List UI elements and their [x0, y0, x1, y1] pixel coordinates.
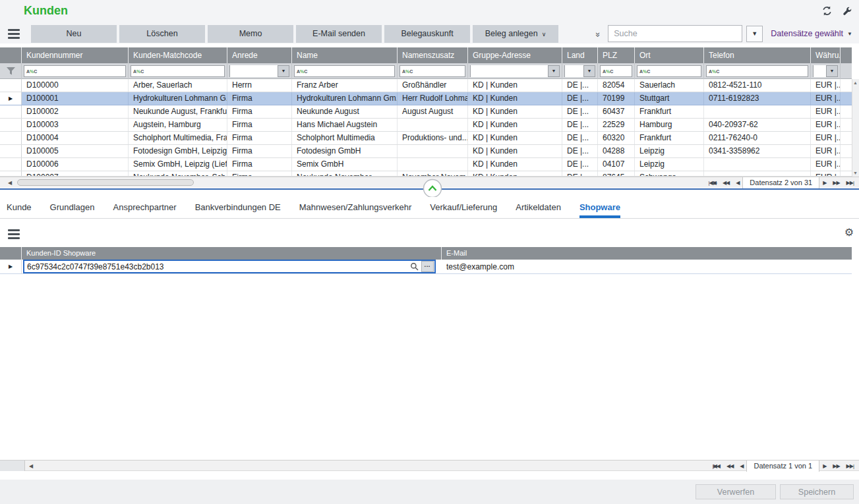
filter-input-plz[interactable]: [614, 67, 632, 76]
tab-ansprechpartner[interactable]: Ansprechpartner: [113, 202, 177, 218]
search-lookup-icon[interactable]: [407, 262, 421, 271]
collapse-toolbar-icon[interactable]: »: [593, 32, 603, 35]
filter-input-telefon[interactable]: [721, 67, 808, 76]
memo-button[interactable]: Memo: [208, 25, 293, 43]
filter-dropdown-gruppe-adresse[interactable]: ▼: [548, 66, 559, 76]
detail-record-prev-page-button[interactable]: ◀◀: [723, 463, 736, 469]
cell-ort: Hamburg: [635, 119, 704, 131]
email-senden-button[interactable]: E-Mail senden: [296, 25, 382, 43]
filter-select-field-w-hru[interactable]: [814, 65, 826, 77]
tab-grundlagen[interactable]: Grundlagen: [50, 202, 95, 218]
filter-dropdown-anrede[interactable]: ▼: [278, 66, 289, 76]
scroll-up-icon[interactable]: ▲: [853, 80, 858, 85]
tab-kunde[interactable]: Kunde: [7, 202, 32, 218]
col-header-land[interactable]: Land: [562, 47, 598, 63]
filter-cell-kundennummer: A%C: [22, 63, 129, 79]
tab-bankverbindungen-de[interactable]: Bankverbindungen DE: [195, 202, 281, 218]
speichern-button[interactable]: Speichern: [780, 484, 854, 499]
neu-button[interactable]: Neu: [31, 25, 117, 43]
col-header-name[interactable]: Name: [292, 47, 398, 63]
gear-icon[interactable]: ⚙: [844, 226, 854, 238]
table-row-d100006[interactable]: D100006Semix GmbH, Leipzig (Liefe...Firm…: [0, 158, 852, 171]
beleg-anlegen-dropdown-button[interactable]: Beleg anlegen∨: [473, 25, 558, 43]
filter-dropdown-w-hru[interactable]: ▼: [826, 66, 837, 76]
vertical-scrollbar[interactable]: ▲ ▼: [852, 79, 859, 177]
tab-shopware[interactable]: Shopware: [579, 202, 620, 218]
filter-box-land: ▼: [564, 65, 595, 77]
scroll-left-icon[interactable]: ◀: [8, 177, 12, 188]
detail-grid-row[interactable]: ▶ 6c97534c2c0747f39e8751e43cb2b013 ••• t…: [0, 260, 852, 274]
col-header-kunden-matchcode[interactable]: Kunden-Matchcode: [129, 47, 227, 63]
search-input[interactable]: [608, 25, 742, 42]
title-icons: [821, 5, 852, 16]
scroll-down-icon[interactable]: ▼: [853, 171, 858, 175]
kunden-id-edit-field[interactable]: 6c97534c2c0747f39e8751e43cb2b013 •••: [23, 260, 436, 273]
filter-input-kundennummer[interactable]: [38, 67, 125, 76]
record-prev-button[interactable]: ◀: [732, 180, 742, 186]
cell-w-hru: EUR |...: [811, 158, 841, 171]
col-header-gruppe-adresse[interactable]: Gruppe-Adresse: [468, 47, 562, 63]
collapse-panel-button[interactable]: [423, 179, 442, 198]
cell-gruppe-adresse: KD | Kunden: [468, 171, 562, 176]
detail-hamburger-menu-icon[interactable]: [8, 229, 20, 239]
wildcard-filter-icon: A%C: [295, 69, 309, 74]
table-row-d100003[interactable]: D100003Augstein, HamburgFirmaHans Michae…: [0, 119, 852, 132]
refresh-icon[interactable]: [821, 5, 833, 16]
record-next-button[interactable]: ▶: [819, 180, 829, 186]
filter-select-field-anrede[interactable]: [230, 65, 278, 77]
table-row-d100002[interactable]: D100002Neukunde August, FrankfurtFirmaNe…: [0, 105, 852, 119]
filter-input-namenszusatz[interactable]: [414, 67, 465, 76]
col-header-plz[interactable]: PLZ: [598, 47, 635, 63]
filter-select-field-land[interactable]: [565, 65, 583, 77]
col-header-namenszusatz[interactable]: Namenszusatz: [398, 47, 468, 63]
filter-input-kunden-matchcode[interactable]: [145, 67, 224, 76]
wrench-icon[interactable]: [842, 6, 852, 16]
detail-record-next-button[interactable]: ▶: [819, 463, 829, 469]
detail-col-email[interactable]: E-Mail: [442, 247, 852, 260]
detail-record-first-button[interactable]: |◀◀: [709, 463, 723, 469]
filter-box-ort: A%C: [637, 65, 701, 77]
filter-input-name[interactable]: [309, 67, 394, 76]
detail-record-last-button[interactable]: ▶▶|: [843, 463, 857, 469]
table-row-d100005[interactable]: D100005Fotodesign GmbH, Leipzig...FirmaF…: [0, 145, 852, 158]
filter-select-field-gruppe-adresse[interactable]: [471, 65, 548, 77]
record-prev-page-button[interactable]: ◀◀: [719, 180, 732, 186]
record-first-button[interactable]: |◀◀: [705, 180, 719, 186]
col-header-anrede[interactable]: Anrede: [227, 47, 292, 63]
search-filter-dropdown-button[interactable]: ▼: [746, 26, 763, 42]
table-row-d100004[interactable]: D100004Scholphort Multimedia, Fra...Firm…: [0, 132, 852, 145]
detail-col-kunden-id[interactable]: Kunden-ID Shopware: [22, 247, 442, 260]
detail-scroll-left-icon[interactable]: ◀: [29, 461, 33, 472]
col-header-kundennummer[interactable]: Kundennummer: [22, 47, 129, 63]
col-header-telefon[interactable]: Telefon: [704, 47, 811, 63]
cell-anrede: Firma: [227, 158, 292, 171]
hamburger-menu-icon[interactable]: [8, 29, 20, 39]
loeschen-button[interactable]: Löschen: [119, 25, 205, 43]
table-row-d100000[interactable]: D100000Arber, SauerlachHerrnFranz ArberG…: [0, 79, 852, 92]
table-row-d100001[interactable]: ▶D100001Hydrokulturen Lohmann G...FirmaH…: [0, 92, 852, 105]
tab-mahnwesen-zahlungsverkehr[interactable]: Mahnwesen/Zahlungsverkehr: [299, 202, 412, 218]
ellipsis-lookup-button[interactable]: •••: [421, 261, 434, 272]
hscroll-thumb[interactable]: [17, 179, 194, 186]
col-header-w-hru[interactable]: Währu...: [811, 47, 841, 63]
detail-record-prev-button[interactable]: ◀: [736, 463, 746, 469]
tab-verkauf-lieferung[interactable]: Verkauf/Lieferung: [430, 202, 497, 218]
page-title: Kunden: [24, 4, 68, 18]
filter-dropdown-land[interactable]: ▼: [583, 66, 595, 76]
table-row-d100007[interactable]: D100007Neukunde November, Sch...FirmaNeu…: [0, 171, 852, 177]
filter-funnel-cell[interactable]: [0, 63, 22, 79]
record-last-button[interactable]: ▶▶|: [843, 180, 857, 186]
verwerfen-button[interactable]: Verwerfen: [696, 484, 776, 499]
filter-input-ort[interactable]: [651, 67, 701, 76]
belegauskunft-button[interactable]: Belegauskunft: [384, 25, 470, 43]
cell-land: DE |...: [562, 92, 598, 105]
cell-gruppe-adresse: KD | Kunden: [468, 92, 562, 105]
cell-gruppe-adresse: KD | Kunden: [468, 105, 562, 118]
records-selected-dropdown[interactable]: Datensätze gewählt ▼: [771, 29, 852, 38]
col-header-partial: [841, 47, 852, 63]
record-next-page-button[interactable]: ▶▶: [829, 180, 843, 186]
detail-record-next-page-button[interactable]: ▶▶: [829, 463, 843, 469]
filter-box-anrede: ▼: [229, 65, 289, 77]
tab-artikeldaten[interactable]: Artikeldaten: [516, 202, 561, 218]
col-header-ort[interactable]: Ort: [635, 47, 704, 63]
